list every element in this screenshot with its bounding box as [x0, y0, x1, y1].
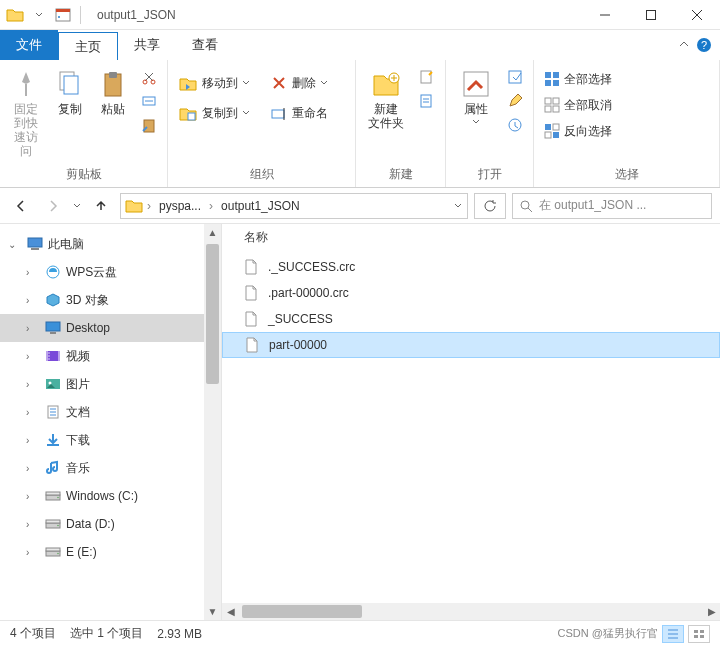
downloads-icon	[44, 431, 62, 449]
paste-button[interactable]: 粘贴	[93, 64, 133, 120]
file-item[interactable]: part-00000	[222, 332, 720, 358]
tree-item-3d[interactable]: ›3D 对象	[0, 286, 221, 314]
tree-item-drive[interactable]: ›Data (D:)	[0, 510, 221, 538]
svg-rect-59	[700, 635, 704, 638]
svg-rect-28	[545, 106, 551, 112]
minimize-button[interactable]	[582, 0, 628, 30]
svg-rect-22	[545, 72, 551, 78]
newfolder-button[interactable]: 新建 文件夹	[362, 64, 410, 134]
column-header-name[interactable]: 名称	[222, 224, 720, 250]
tree-item-music[interactable]: ›音乐	[0, 454, 221, 482]
tree-item-video[interactable]: ›视频	[0, 342, 221, 370]
invert-button[interactable]: 反向选择	[540, 120, 616, 142]
chevron-right-icon[interactable]: ›	[209, 199, 213, 213]
delete-button[interactable]: 删除	[266, 72, 332, 94]
chevron-right-icon[interactable]: ›	[26, 323, 40, 334]
history-icon[interactable]	[503, 114, 527, 136]
file-item[interactable]: _SUCCESS	[222, 306, 720, 332]
address-bar[interactable]: › pyspa... › output1_JSON	[120, 193, 468, 219]
svg-point-52	[57, 525, 59, 527]
tab-share[interactable]: 共享	[118, 30, 176, 60]
maximize-button[interactable]	[628, 0, 674, 30]
moveto-button[interactable]: 移动到	[174, 72, 254, 94]
chevron-right-icon[interactable]: ›	[26, 519, 40, 530]
svg-rect-20	[509, 71, 521, 83]
svg-rect-26	[545, 98, 551, 104]
selectall-button[interactable]: 全部选择	[540, 68, 616, 90]
refresh-button[interactable]	[474, 193, 506, 219]
tree-item-pictures[interactable]: ›图片	[0, 370, 221, 398]
edit-icon[interactable]	[503, 90, 527, 112]
history-dropdown-icon[interactable]	[72, 201, 82, 211]
svg-point-55	[57, 553, 59, 555]
close-button[interactable]	[674, 0, 720, 30]
group-select-label: 选择	[540, 164, 713, 185]
copyto-button[interactable]: 复制到	[174, 102, 254, 124]
ribbon-collapse-icon[interactable]	[678, 39, 690, 51]
chevron-right-icon[interactable]: ›	[26, 351, 40, 362]
video-icon	[44, 347, 62, 365]
tree-item-wps[interactable]: ›WPS云盘	[0, 258, 221, 286]
rename-button[interactable]: 重命名	[266, 102, 332, 124]
search-icon	[519, 199, 533, 213]
chevron-right-icon[interactable]: ›	[26, 379, 40, 390]
view-details-button[interactable]	[662, 625, 684, 643]
chevron-right-icon[interactable]: ›	[26, 407, 40, 418]
easyaccess-icon[interactable]	[414, 90, 438, 112]
chevron-right-icon[interactable]: ›	[26, 463, 40, 474]
file-item[interactable]: .part-00000.crc	[222, 280, 720, 306]
tree-item-desktop[interactable]: ›Desktop	[0, 314, 221, 342]
breadcrumb-1[interactable]: pyspa...	[155, 199, 205, 213]
tree-item-drive[interactable]: ›E (E:)	[0, 538, 221, 566]
help-icon[interactable]: ?	[696, 37, 712, 53]
tab-file[interactable]: 文件	[0, 30, 58, 60]
svg-rect-3	[647, 10, 656, 19]
svg-rect-15	[272, 110, 284, 118]
view-icons-button[interactable]	[688, 625, 710, 643]
tree-item-label: 文档	[66, 404, 90, 421]
newitem-icon[interactable]	[414, 66, 438, 88]
tree-item-documents[interactable]: ›文档	[0, 398, 221, 426]
chevron-right-icon[interactable]: ›	[26, 435, 40, 446]
tree-root[interactable]: ⌄ 此电脑	[0, 230, 221, 258]
documents-icon	[44, 403, 62, 421]
tab-home[interactable]: 主页	[58, 32, 118, 60]
chevron-right-icon[interactable]: ›	[26, 491, 40, 502]
tab-view[interactable]: 查看	[176, 30, 234, 60]
tree-item-label: E (E:)	[66, 545, 97, 559]
open-icon[interactable]	[503, 66, 527, 88]
back-button[interactable]	[8, 193, 34, 219]
svg-rect-58	[694, 635, 698, 638]
group-open-label: 打开	[452, 164, 527, 185]
qat-dropdown-icon[interactable]	[28, 4, 50, 26]
breadcrumb-2[interactable]: output1_JSON	[217, 199, 304, 213]
tree-item-drive[interactable]: ›Windows (C:)	[0, 482, 221, 510]
pin-quickaccess-button[interactable]: 固定到快速访问	[6, 64, 46, 162]
forward-button[interactable]	[40, 193, 66, 219]
qat-properties-icon[interactable]	[52, 4, 74, 26]
svg-point-34	[521, 201, 529, 209]
tree-scrollbar[interactable]: ▲▼	[204, 224, 221, 620]
copypath-icon[interactable]	[137, 90, 161, 112]
chevron-right-icon[interactable]: ›	[147, 199, 151, 213]
chevron-right-icon[interactable]: ›	[26, 295, 40, 306]
addr-dropdown-icon[interactable]	[453, 201, 463, 211]
properties-button[interactable]: 属性	[452, 64, 499, 130]
file-hscrollbar[interactable]: ◀▶	[222, 603, 720, 620]
tree-item-label: WPS云盘	[66, 264, 117, 281]
paste-shortcut-icon[interactable]	[137, 114, 161, 136]
file-item[interactable]: ._SUCCESS.crc	[222, 254, 720, 280]
svg-point-43	[48, 358, 49, 359]
cut-icon[interactable]	[137, 66, 161, 88]
selectnone-button[interactable]: 全部取消	[540, 94, 616, 116]
up-button[interactable]	[88, 193, 114, 219]
chevron-right-icon[interactable]: ›	[26, 267, 40, 278]
search-input[interactable]: 在 output1_JSON ...	[512, 193, 712, 219]
group-new-label: 新建	[362, 164, 439, 185]
chevron-right-icon[interactable]: ›	[26, 547, 40, 558]
tree-item-downloads[interactable]: ›下载	[0, 426, 221, 454]
chevron-down-icon[interactable]: ⌄	[8, 239, 22, 250]
svg-rect-9	[109, 72, 117, 78]
copy-button[interactable]: 复制	[50, 64, 90, 120]
drive-icon	[44, 487, 62, 505]
